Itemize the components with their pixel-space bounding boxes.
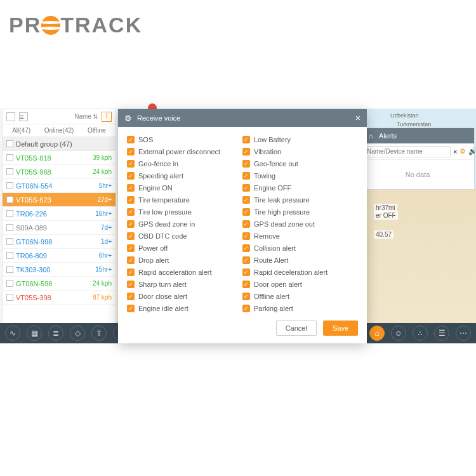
tool-ruler-icon[interactable]: ∿ bbox=[5, 326, 20, 341]
device-checkbox[interactable] bbox=[6, 154, 13, 161]
grid-icon[interactable] bbox=[6, 112, 15, 121]
voice-option[interactable]: ✓Rapid deceleration alert bbox=[242, 266, 358, 278]
map-info-line: 40.57 bbox=[374, 230, 393, 239]
voice-option[interactable]: ✓SOS bbox=[127, 133, 242, 145]
voice-option-label: Tire high pressure bbox=[254, 208, 310, 216]
voice-option[interactable]: ✓Engine ON bbox=[127, 182, 242, 194]
alerts-title: Alerts bbox=[379, 132, 397, 140]
close-icon[interactable]: × bbox=[355, 113, 360, 123]
voice-option[interactable]: ✓Low Battery bbox=[242, 133, 358, 145]
voice-option-label: Geo-fence out bbox=[254, 160, 298, 168]
group-checkbox[interactable] bbox=[6, 140, 13, 147]
list-icon[interactable]: ≡ bbox=[19, 112, 28, 121]
check-icon: ✓ bbox=[242, 208, 250, 216]
device-checkbox[interactable] bbox=[6, 280, 13, 287]
voice-option[interactable]: ✓Door open alert bbox=[242, 278, 358, 290]
clear-icon[interactable]: × bbox=[453, 147, 457, 156]
device-checkbox[interactable] bbox=[6, 168, 13, 175]
device-row[interactable]: VT05S-62327d+ bbox=[3, 193, 116, 207]
tool-users-icon[interactable]: ☺ bbox=[391, 326, 406, 341]
device-checkbox[interactable] bbox=[6, 182, 13, 189]
sound-icon[interactable]: 🔊 bbox=[468, 147, 476, 156]
t-toggle[interactable]: T bbox=[102, 112, 112, 122]
device-row[interactable]: S09A-0897d+ bbox=[3, 221, 116, 235]
device-name: VT05S-968 bbox=[16, 168, 90, 176]
voice-option-label: Vibration bbox=[254, 148, 281, 155]
tool-report-icon[interactable]: ☰ bbox=[434, 326, 449, 341]
device-group-row[interactable]: Default group (47) bbox=[3, 137, 116, 151]
alerts-search-input[interactable] bbox=[364, 146, 451, 157]
voice-option[interactable]: ✓Engine OFF bbox=[242, 182, 358, 194]
device-row[interactable]: TR06-8096hr+ bbox=[3, 249, 116, 263]
device-row[interactable]: GT06N-5545hr+ bbox=[3, 179, 116, 193]
voice-option-label: Engine ON bbox=[138, 184, 173, 192]
device-checkbox[interactable] bbox=[6, 210, 13, 217]
voice-option[interactable]: ✓Power off bbox=[127, 242, 242, 254]
tool-shape-icon[interactable]: ◇ bbox=[70, 326, 85, 341]
tab-online[interactable]: Online(42) bbox=[40, 124, 77, 136]
voice-option[interactable]: ✓Tire low pressure bbox=[127, 206, 242, 218]
sort-button[interactable]: Name ⇅ bbox=[74, 113, 98, 120]
voice-option[interactable]: ✓External power disconnect bbox=[127, 145, 242, 157]
device-checkbox[interactable] bbox=[6, 224, 13, 231]
voice-option[interactable]: ✓Sharp turn alert bbox=[127, 278, 242, 290]
check-icon: ✓ bbox=[127, 172, 135, 180]
device-row[interactable]: VT05S-81839 kph bbox=[3, 151, 116, 165]
brand-post: TRACK bbox=[60, 13, 142, 37]
modal-body: ✓SOS✓External power disconnect✓Geo-fence… bbox=[118, 127, 367, 317]
voice-option[interactable]: ✓Engine idle alert bbox=[127, 302, 242, 314]
voice-option[interactable]: ✓Tire leak pressure bbox=[242, 194, 358, 206]
device-value: 15hr+ bbox=[95, 266, 112, 273]
check-icon: ✓ bbox=[242, 305, 250, 312]
voice-option[interactable]: ✓Collision alert bbox=[242, 242, 358, 254]
voice-option[interactable]: ✓Rapid acceleration alert bbox=[127, 266, 242, 278]
voice-option[interactable]: ✓Parking alert bbox=[242, 302, 358, 314]
tab-offline[interactable]: Offline bbox=[78, 124, 116, 136]
device-row[interactable]: TK303-30015hr+ bbox=[3, 263, 116, 277]
device-checkbox[interactable] bbox=[6, 252, 13, 259]
voice-option-label: GPS dead zone in bbox=[138, 220, 195, 228]
device-checkbox[interactable] bbox=[6, 266, 13, 273]
voice-option[interactable]: ✓Speeding alert bbox=[127, 169, 242, 182]
voice-option[interactable]: ✓GPS dead zone in bbox=[127, 218, 242, 230]
device-row[interactable]: GT06N-9981d+ bbox=[3, 235, 116, 249]
voice-option[interactable]: ✓Geo-fence in bbox=[127, 157, 242, 169]
alerts-panel: ⌂ Alerts × ⚙ 🔊 🗑 No data bbox=[360, 128, 475, 190]
tool-layers-icon[interactable]: ≣ bbox=[48, 326, 63, 341]
voice-option[interactable]: ✓Towing bbox=[242, 169, 358, 182]
device-row[interactable]: VT05S-39887 kph bbox=[3, 291, 116, 305]
tool-grid-icon[interactable]: ▦ bbox=[27, 326, 42, 341]
device-checkbox[interactable] bbox=[6, 196, 13, 203]
voice-option[interactable]: ✓Drop alert bbox=[127, 254, 242, 266]
device-row[interactable]: VT05S-96824 kph bbox=[3, 165, 116, 179]
cancel-button[interactable]: Cancel bbox=[276, 321, 317, 336]
tab-all[interactable]: All(47) bbox=[3, 124, 40, 136]
device-name: TK303-300 bbox=[16, 266, 93, 274]
voice-option[interactable]: ✓Vibration bbox=[242, 145, 358, 157]
device-checkbox[interactable] bbox=[6, 294, 13, 301]
voice-option[interactable]: ✓Offline alert bbox=[242, 290, 358, 302]
voice-option-label: Engine OFF bbox=[254, 184, 291, 192]
voice-option-label: Low Battery bbox=[254, 136, 291, 143]
voice-option[interactable]: ✓Route Alert bbox=[242, 254, 358, 266]
device-name: VT05S-818 bbox=[16, 154, 90, 162]
voice-option[interactable]: ✓Geo-fence out bbox=[242, 157, 358, 169]
voice-option[interactable]: ✓Tire temperature bbox=[127, 194, 242, 206]
tool-more-icon[interactable]: ⋯ bbox=[456, 326, 471, 341]
voice-option[interactable]: ✓GPS dead zone out bbox=[242, 218, 358, 230]
gear-icon[interactable]: ⚙ bbox=[459, 147, 466, 156]
tool-share-icon[interactable]: ⇪ bbox=[91, 326, 107, 341]
voice-option[interactable]: ✓Tire high pressure bbox=[242, 206, 358, 218]
device-row[interactable]: TR06-22616hr+ bbox=[3, 207, 116, 221]
voice-option[interactable]: ✓Remove bbox=[242, 230, 358, 242]
tool-fence-icon[interactable]: ⛬ bbox=[413, 326, 428, 341]
check-icon: ✓ bbox=[242, 268, 250, 276]
tool-home-icon[interactable]: ⌂ bbox=[369, 326, 385, 341]
voice-option[interactable]: ✓Door close alert bbox=[127, 290, 242, 302]
save-button[interactable]: Save bbox=[323, 321, 358, 336]
device-checkbox[interactable] bbox=[6, 238, 13, 245]
voice-option-label: Rapid deceleration alert bbox=[254, 268, 327, 276]
device-row[interactable]: GT06N-59824 kph bbox=[3, 277, 116, 291]
home-icon: ⌂ bbox=[366, 131, 375, 140]
voice-option[interactable]: ✓OBD DTC code bbox=[127, 230, 242, 242]
